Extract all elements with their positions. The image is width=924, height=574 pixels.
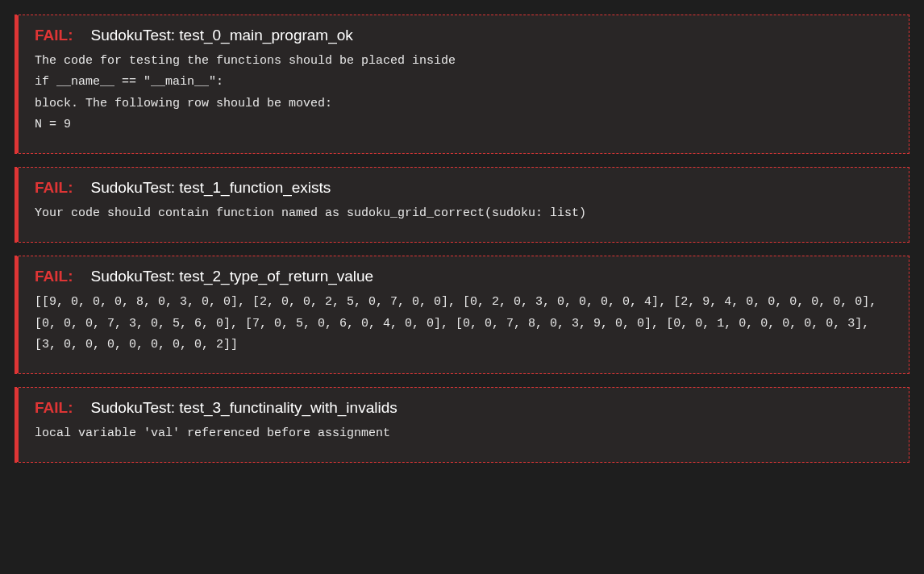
test-name: SudokuTest: test_0_main_program_ok [91, 27, 353, 44]
test-result-2: FAIL: SudokuTest: test_2_type_of_return_… [15, 256, 909, 374]
fail-label: FAIL: [35, 268, 73, 285]
test-result-3: FAIL: SudokuTest: test_3_functinality_wi… [15, 387, 909, 463]
test-header: FAIL: SudokuTest: test_3_functinality_wi… [35, 399, 893, 417]
test-header: FAIL: SudokuTest: test_1_function_exists [35, 179, 893, 197]
test-result-0: FAIL: SudokuTest: test_0_main_program_ok… [15, 15, 909, 154]
test-header: FAIL: SudokuTest: test_2_type_of_return_… [35, 268, 893, 285]
test-result-1: FAIL: SudokuTest: test_1_function_exists… [15, 167, 909, 243]
test-message: [[9, 0, 0, 0, 8, 0, 3, 0, 0], [2, 0, 0, … [35, 292, 893, 356]
fail-label: FAIL: [35, 179, 73, 197]
test-header: FAIL: SudokuTest: test_0_main_program_ok [35, 27, 893, 44]
test-message: Your code should contain function named … [35, 203, 893, 224]
fail-label: FAIL: [35, 27, 73, 44]
test-message: local variable 'val' referenced before a… [35, 423, 893, 444]
test-name: SudokuTest: test_1_function_exists [91, 179, 331, 197]
test-name: SudokuTest: test_3_functinality_with_inv… [91, 399, 397, 417]
fail-label: FAIL: [35, 399, 73, 417]
test-message: The code for testing the functions shoul… [35, 51, 893, 135]
test-name: SudokuTest: test_2_type_of_return_value [91, 268, 374, 285]
